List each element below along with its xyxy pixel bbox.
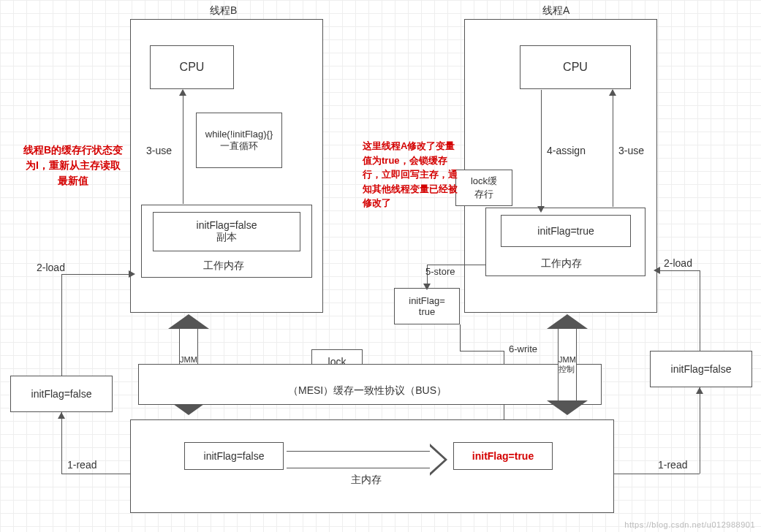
cpu-b: CPU: [150, 45, 234, 89]
arrow-3-use-a: [613, 90, 613, 207]
side-box-right: initFlag=false: [650, 351, 752, 387]
line-1-read-r-h: [614, 474, 700, 474]
main-mem-left: initFlag=false: [184, 442, 284, 470]
arrow-2-load-r-head: [654, 267, 660, 274]
line-2-load-r-v: [700, 270, 700, 351]
line-6-write-v1: [460, 324, 461, 351]
label-4-assign: 4-assign: [547, 145, 586, 156]
line-1-read-l-v: [61, 412, 62, 474]
work-mem-a-label: 工作内存: [541, 257, 582, 270]
arrow-1-read-r-head: [696, 387, 703, 394]
store-box: initFlag= true: [394, 288, 460, 324]
jmm-arrow-a: JMM控制: [547, 314, 588, 415]
arrow-1-read-l-head: [58, 412, 65, 419]
watermark: https://blog.csdn.net/u012988901: [624, 520, 755, 529]
red-note-left: 线程B的缓存行状态变为I，重新从主存读取最新值: [22, 142, 124, 189]
arrow-4-assign-head: [537, 206, 545, 213]
arrow-5-store-top: [427, 265, 485, 265]
label-3-use-a: 3-use: [618, 145, 644, 156]
line-1-read-l-h: [61, 474, 130, 474]
label-2-load-b: 2-load: [37, 262, 65, 273]
work-mem-b-label: 工作内存: [203, 259, 244, 273]
label-5-store: 5-store: [425, 266, 455, 277]
jmm-label-a: JMM控制: [558, 329, 577, 400]
line-6-write-h: [460, 351, 504, 352]
label-1-read-r: 1-read: [658, 459, 687, 471]
arrow-5-store-head: [423, 284, 431, 290]
line-left-up: [61, 275, 62, 376]
main-mem-right: initFlag=true: [453, 442, 553, 470]
label-2-load-r: 2-load: [664, 257, 692, 269]
label-3-use-b: 3-use: [146, 145, 172, 156]
thread-a-title: 线程A: [542, 4, 569, 18]
cpu-a: CPU: [520, 45, 631, 89]
arrow-4-assign: [541, 90, 542, 207]
arrow-3-use-b: [183, 90, 183, 204]
bus-label: （MESI）缓存一致性协议（BUS）: [288, 384, 447, 398]
arrow-2-load-r: [659, 270, 700, 271]
lock-cache-box: lock缓 存行: [455, 170, 512, 206]
thread-b-title: 线程B: [210, 4, 237, 18]
arrow-2-load-b: [61, 274, 130, 275]
initflag-copy-a: initFlag=true: [501, 215, 631, 247]
while-loop-box: while(!initFlag){} 一直循环: [196, 113, 282, 168]
arrow-2-load-b-head: [129, 270, 135, 278]
side-box-left: initFlag=false: [10, 376, 113, 412]
label-1-read-l: 1-read: [67, 459, 96, 471]
line-1-read-r-v: [700, 387, 700, 474]
initflag-copy-b: initFlag=false 副本: [153, 212, 300, 251]
red-note-right: 这里线程A修改了变量值为true，会锁缓存行，立即回写主存，通知其他线程变量已经…: [363, 139, 459, 210]
main-mem-flow-arrow: [287, 444, 447, 476]
label-6-write: 6-write: [509, 343, 537, 354]
arrow-3-use-a-head: [609, 89, 616, 96]
arrow-3-use-b-head: [179, 89, 186, 96]
